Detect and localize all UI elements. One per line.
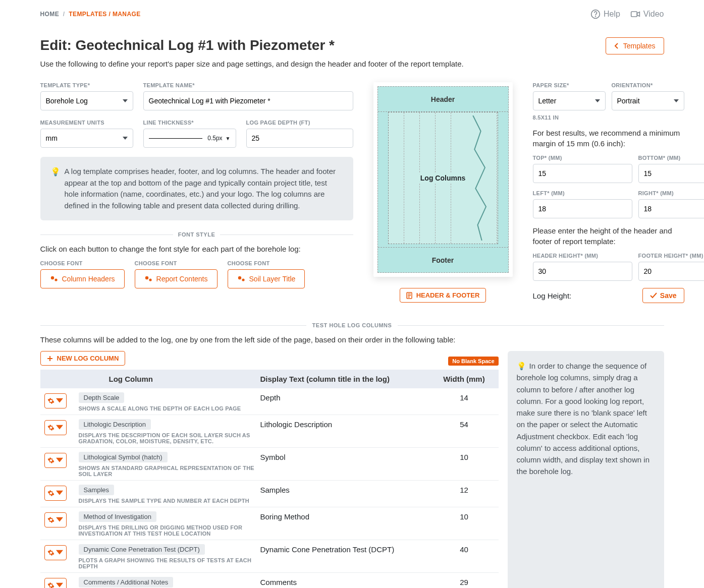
log-depth-input[interactable] bbox=[246, 129, 353, 148]
column-display-text: Depth bbox=[260, 392, 434, 402]
line-thickness-select[interactable]: 0.5px ▼ bbox=[143, 129, 236, 148]
column-width: 14 bbox=[434, 392, 495, 402]
template-name-input[interactable] bbox=[143, 91, 353, 110]
help-label: Help bbox=[604, 10, 620, 19]
preview-body: Log Columns bbox=[388, 112, 498, 244]
svg-point-8 bbox=[242, 278, 244, 281]
breadcrumb-home[interactable]: HOME bbox=[40, 11, 60, 18]
table-row[interactable]: Method of Investigation DISPLAYS THE DRI… bbox=[40, 507, 499, 540]
paper-dimensions: 8.5X11 IN bbox=[533, 114, 684, 121]
margin-top-input[interactable] bbox=[533, 164, 632, 183]
units-select[interactable]: mm bbox=[40, 129, 133, 148]
choose-font-label-2: CHOOSE FONT bbox=[135, 260, 218, 266]
choose-font-label-1: CHOOSE FONT bbox=[40, 260, 125, 266]
column-name-badge: Dynamic Cone Penetration Test (DCPT) bbox=[79, 544, 205, 555]
breadcrumb-templates[interactable]: TEMPLATES / MANAGE bbox=[69, 11, 140, 18]
table-row[interactable]: Lithological Symbol (hatch) SHOWS AN STA… bbox=[40, 448, 499, 481]
video-label: Video bbox=[643, 10, 664, 19]
header-height-input[interactable] bbox=[533, 262, 632, 281]
column-desc: SHOWS A SCALE ALONG THE DEPTH OF EACH LO… bbox=[79, 405, 260, 411]
font-hint: Click on each button to change the font … bbox=[40, 245, 353, 253]
new-log-column-button[interactable]: NEW LOG COLUMN bbox=[40, 351, 126, 366]
orientation-select[interactable]: Portrait bbox=[612, 91, 684, 110]
table-row[interactable]: Depth Scale SHOWS A SCALE ALONG THE DEPT… bbox=[40, 388, 499, 415]
caret-down-icon bbox=[56, 424, 63, 431]
units-label: MEASUREMENT UNITS bbox=[40, 120, 133, 126]
templates-button[interactable]: Templates bbox=[606, 37, 664, 54]
column-headers-font-button[interactable]: Column Headers bbox=[40, 269, 125, 288]
save-button[interactable]: Save bbox=[642, 288, 684, 303]
footer-height-label: FOOTER HEIGHT* (MM) bbox=[638, 253, 705, 259]
footer-height-input[interactable] bbox=[638, 262, 705, 281]
report-contents-font-button[interactable]: Report Contents bbox=[135, 269, 218, 288]
table-row[interactable]: Comments / Additional Notes Comments 29 bbox=[40, 573, 499, 588]
column-display-text: Lithologic Description bbox=[260, 419, 434, 429]
margin-right-input[interactable] bbox=[638, 199, 705, 218]
margin-bottom-input[interactable] bbox=[638, 164, 705, 183]
margin-bottom-label: BOTTOM* (MM) bbox=[638, 155, 705, 161]
column-width: 40 bbox=[434, 544, 495, 554]
breadcrumb: HOME / TEMPLATES / MANAGE bbox=[40, 11, 141, 18]
column-display-text: Symbol bbox=[260, 452, 434, 461]
column-name-badge: Depth Scale bbox=[79, 392, 125, 403]
caret-down-icon bbox=[56, 457, 63, 464]
check-icon bbox=[650, 292, 657, 299]
row-actions-dropdown[interactable] bbox=[44, 512, 67, 527]
column-desc: DISPLAYS THE SAMPLE TYPE AND NUMBER AT E… bbox=[79, 498, 260, 504]
columns-intro: These columns will be added to the log, … bbox=[40, 335, 664, 344]
row-actions-dropdown[interactable] bbox=[44, 545, 67, 560]
header-footer-button[interactable]: HEADER & FOOTER bbox=[400, 288, 486, 303]
column-desc: SHOWS AN STANDARD GRAPHICAL REPRESENTATI… bbox=[79, 465, 260, 477]
row-actions-dropdown[interactable] bbox=[44, 420, 67, 435]
template-name-label: TEMPLATE NAME* bbox=[143, 82, 353, 88]
table-row[interactable]: Lithologic Description DISPLAYS THE DESC… bbox=[40, 415, 499, 448]
soil-layer-title-font-button[interactable]: Soil Layer Title bbox=[228, 269, 305, 288]
column-display-text: Dynamic Cone Penetration Test (DCPT) bbox=[260, 544, 434, 554]
th-display-text: Display Text (column title in the log) bbox=[260, 375, 434, 383]
gear-icon bbox=[47, 516, 55, 523]
caret-down-icon bbox=[56, 516, 63, 523]
row-actions-dropdown[interactable] bbox=[44, 453, 67, 468]
margin-left-input[interactable] bbox=[533, 199, 632, 218]
margin-top-label: TOP* (MM) bbox=[533, 155, 632, 161]
log-columns-table: Log Column Display Text (column title in… bbox=[40, 370, 499, 588]
column-name-badge: Lithological Symbol (hatch) bbox=[79, 452, 168, 462]
margin-right-label: RIGHT* (MM) bbox=[638, 190, 705, 196]
paper-size-select[interactable]: Letter bbox=[533, 91, 606, 110]
svg-point-6 bbox=[149, 278, 151, 281]
template-type-select[interactable]: Borehole Log bbox=[40, 91, 133, 110]
th-width: Width (mm) bbox=[434, 375, 495, 383]
column-display-text: Boring Method bbox=[260, 511, 434, 521]
column-name-badge: Comments / Additional Notes bbox=[79, 577, 174, 587]
page-title: Edit: Geotechnical Log #1 with Piezomete… bbox=[40, 37, 335, 53]
row-actions-dropdown[interactable] bbox=[44, 393, 67, 408]
chevron-down-icon: ▼ bbox=[226, 136, 231, 141]
caret-down-icon bbox=[56, 490, 63, 497]
row-actions-dropdown[interactable] bbox=[44, 578, 67, 588]
table-row[interactable]: Dynamic Cone Penetration Test (DCPT) PLO… bbox=[40, 540, 499, 573]
th-log-column: Log Column bbox=[79, 375, 260, 383]
orientation-label: ORIENTATION* bbox=[612, 82, 684, 88]
lightbulb-icon: 💡 bbox=[50, 166, 61, 211]
video-icon bbox=[630, 9, 640, 19]
help-icon bbox=[590, 9, 601, 19]
table-row[interactable]: Samples DISPLAYS THE SAMPLE TYPE AND NUM… bbox=[40, 481, 499, 507]
video-link[interactable]: Video bbox=[630, 9, 664, 19]
columns-tip: 💡In order to change the sequence of bore… bbox=[508, 351, 664, 588]
column-width: 29 bbox=[434, 577, 495, 586]
preview-footer: Footer bbox=[378, 247, 508, 272]
paper-size-label: PAPER SIZE* bbox=[533, 82, 606, 88]
column-width: 10 bbox=[434, 511, 495, 521]
templates-button-label: Templates bbox=[623, 42, 656, 50]
header-height-label: HEADER HEIGHT* (MM) bbox=[533, 253, 632, 259]
row-actions-dropdown[interactable] bbox=[44, 486, 67, 501]
column-display-text: Samples bbox=[260, 485, 434, 494]
template-tip: 💡 A log template comprises header, foote… bbox=[40, 157, 353, 220]
gear-icon bbox=[47, 457, 55, 464]
document-icon bbox=[406, 292, 412, 299]
column-desc: PLOTS A GRAPH SHOWING THE RESULTS OF TES… bbox=[79, 557, 260, 569]
log-height-label: Log Height: bbox=[533, 291, 572, 300]
choose-font-label-3: CHOOSE FONT bbox=[228, 260, 305, 266]
help-link[interactable]: Help bbox=[590, 9, 620, 19]
gear-icon bbox=[47, 490, 55, 497]
